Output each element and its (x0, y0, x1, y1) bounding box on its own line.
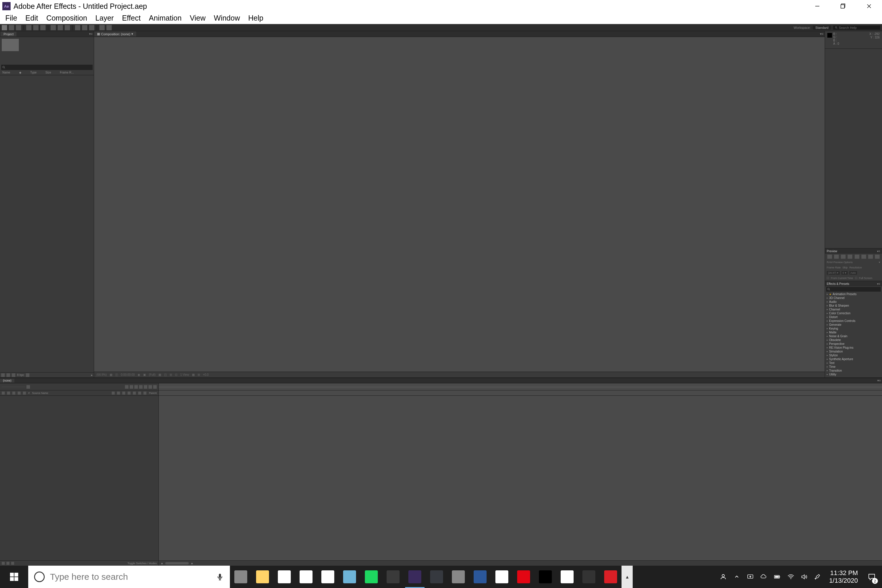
motion-blur-icon[interactable] (144, 385, 147, 388)
hand-tool-icon[interactable] (9, 25, 14, 30)
ram-preview-button[interactable] (875, 255, 880, 259)
effects-category-item[interactable]: ▸Time (826, 365, 881, 369)
comp-time[interactable]: 0:00:00:00 (121, 373, 135, 376)
menu-effect[interactable]: Effect (118, 13, 145, 24)
pan-behind-tool-icon[interactable] (40, 25, 46, 30)
comp-footer-icon[interactable]: ▦ (110, 373, 112, 376)
search-help-box[interactable] (833, 26, 880, 30)
menu-animation[interactable]: Animation (145, 13, 186, 24)
timeline-tab[interactable]: (none) (0, 379, 14, 382)
full-screen-checkbox[interactable]: ☐ (855, 277, 857, 280)
effects-tab[interactable]: Effects & Presets ▾≡ (825, 281, 882, 286)
taskbar-app-word[interactable] (469, 566, 491, 588)
panel-menu-icon[interactable]: ▾≡ (876, 379, 882, 382)
screen-connect-icon[interactable] (744, 566, 757, 588)
mic-icon[interactable] (216, 573, 224, 581)
draft-3d-icon[interactable] (130, 385, 133, 388)
effects-category-item[interactable]: ▸Matte (826, 330, 881, 334)
comp-footer-icon[interactable]: ▦ (192, 373, 195, 376)
effects-category-item[interactable]: ▸Utility (826, 372, 881, 376)
timeline-track-area[interactable] (159, 396, 882, 560)
parent-col[interactable]: Parent (149, 392, 157, 394)
zoom-in-icon[interactable]: ▲ (190, 561, 194, 565)
first-frame-button[interactable] (827, 255, 832, 259)
comp-tab-dropdown-icon[interactable]: ▾ (131, 32, 133, 36)
timeline-zoom-slider[interactable] (165, 562, 189, 564)
rotation-tool-icon[interactable] (26, 25, 32, 30)
zoom-out-icon[interactable]: ▲ (160, 561, 164, 565)
solo-col-icon[interactable] (12, 392, 15, 394)
panel-menu-icon[interactable]: ▾≡ (877, 250, 880, 253)
panel-menu-icon[interactable]: ▾≡ (877, 282, 880, 285)
effects-category-item[interactable]: ▸Transition (826, 369, 881, 372)
loop-button[interactable] (868, 255, 873, 259)
project-tab[interactable]: Project (1, 32, 16, 36)
play-button[interactable] (841, 255, 846, 259)
menu-window[interactable]: Window (210, 13, 244, 24)
taskbar-search[interactable] (28, 566, 230, 588)
effects-category-item[interactable]: ▸Text (826, 361, 881, 365)
people-icon[interactable] (717, 566, 730, 588)
comp-footer-icon[interactable]: ⊡ (175, 373, 177, 376)
taskbar-app-calculator[interactable] (578, 566, 600, 588)
wifi-icon[interactable] (784, 566, 797, 588)
switches-col-icon[interactable] (117, 392, 120, 394)
switches-col-icon[interactable] (144, 392, 146, 394)
col-name[interactable]: Name (2, 71, 10, 74)
taskbar-app-notes[interactable] (339, 566, 360, 588)
taskbar-search-input[interactable] (50, 572, 210, 582)
taskbar-app-after-effects[interactable] (404, 566, 426, 588)
taskbar-app-mail[interactable] (317, 566, 339, 588)
dropdown-icon[interactable]: ▾ (879, 261, 880, 264)
menu-file[interactable]: File (1, 13, 21, 24)
project-content-area[interactable] (0, 75, 94, 372)
skip-dropdown[interactable]: 0 ▾ (842, 271, 848, 274)
taskbar-app-microsoft-store[interactable] (273, 566, 295, 588)
taskbar-app-settings[interactable] (447, 566, 469, 588)
panel-menu-icon[interactable]: ▾≡ (819, 32, 825, 36)
comp-footer-icon[interactable]: ▣ (143, 373, 146, 376)
effects-category-item[interactable]: ▸Channel (826, 308, 881, 311)
brainstorm-icon[interactable] (148, 385, 152, 388)
menu-view[interactable]: View (186, 13, 210, 24)
comp-zoom[interactable]: (68.9%) (96, 373, 107, 376)
taskbar-app-camera[interactable] (534, 566, 556, 588)
effects-search-box[interactable] (826, 287, 881, 292)
resolution-dropdown[interactable]: Auto (849, 271, 857, 274)
eraser-tool-icon[interactable] (89, 25, 94, 30)
timeline-ruler[interactable] (159, 383, 882, 390)
switches-col-icon[interactable] (128, 392, 130, 394)
audio-col-icon[interactable] (7, 392, 10, 394)
switches-col-icon[interactable] (122, 392, 125, 394)
toggle-switches-button[interactable]: Toggle Switches / Modes (127, 562, 157, 565)
tray-overflow-icon[interactable] (730, 566, 743, 588)
col-size[interactable]: Size (45, 71, 51, 74)
comp-mini-flowchart-icon[interactable] (125, 385, 129, 388)
start-button[interactable] (0, 566, 28, 588)
effects-category-item[interactable]: ▸Stylize (826, 353, 881, 357)
effects-category-item[interactable]: ▸Perspective (826, 342, 881, 346)
effects-category-item[interactable]: ▸Color Correction (826, 311, 881, 315)
volume-icon[interactable] (798, 566, 811, 588)
comp-view[interactable]: 1 View (180, 373, 189, 376)
taskbar-app-spotify[interactable] (360, 566, 382, 588)
index-col[interactable]: # (28, 392, 30, 394)
brush-tool-icon[interactable] (75, 25, 80, 30)
comp-footer-icon[interactable]: ⊞ (170, 373, 172, 376)
graph-editor-icon[interactable] (153, 385, 157, 388)
col-type[interactable]: Type (30, 71, 37, 74)
shy-icon[interactable] (134, 385, 138, 388)
selection-tool-icon[interactable] (2, 25, 7, 30)
comp-footer-icon[interactable]: ▦ (159, 373, 161, 376)
taskbar-app-file-explorer[interactable] (252, 566, 273, 588)
clone-tool-icon[interactable] (82, 25, 87, 30)
effects-category-item[interactable]: ▸★Animation Presets (826, 292, 881, 296)
panel-menu-icon[interactable]: ▾≡ (88, 32, 94, 36)
current-time-display[interactable] (2, 387, 25, 387)
source-name-col[interactable]: Source Name (32, 392, 48, 394)
scroll-arrow-icon[interactable]: ▸ (91, 374, 93, 376)
taskbar-app-paint[interactable] (556, 566, 578, 588)
preview-tab[interactable]: Preview ▾≡ (825, 248, 882, 254)
maximize-button[interactable] (830, 0, 856, 12)
interpret-footage-icon[interactable] (1, 374, 5, 377)
